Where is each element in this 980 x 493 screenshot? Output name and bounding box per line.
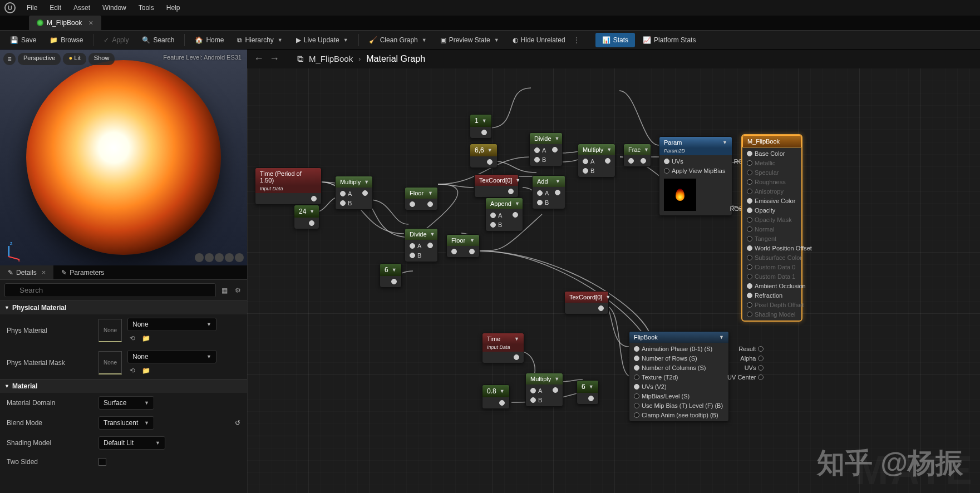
node-const-66[interactable]: 6,6▼: [470, 144, 498, 168]
node-const-08[interactable]: 0.8▼: [482, 384, 510, 409]
browse-asset-icon[interactable]: 📁: [141, 366, 151, 376]
result-pin[interactable]: Pixel Depth Offset: [745, 301, 814, 309]
hide-unrelated-button[interactable]: ◐Hide Unrelated: [507, 33, 571, 47]
perspective-button[interactable]: Perspective: [18, 53, 61, 65]
menu-window[interactable]: Window: [97, 2, 132, 14]
node-time-2[interactable]: Time▼ Input Data: [482, 333, 524, 363]
node-const-6[interactable]: 6▼: [380, 263, 402, 288]
cube-shape-button[interactable]: [225, 253, 234, 262]
material-graph-canvas[interactable]: Time (Period of 1.50) Input Data 24▼ Mul…: [247, 68, 980, 493]
home-icon: 🏠: [195, 36, 203, 44]
result-pin[interactable]: Refraction: [745, 292, 814, 299]
nav-back-icon[interactable]: ←: [254, 53, 264, 65]
overflow-menu-icon[interactable]: ⋮: [573, 36, 580, 44]
two-sided-checkbox[interactable]: [99, 458, 106, 466]
category-physical-material[interactable]: ▼Physical Material: [0, 300, 247, 314]
result-pin[interactable]: Opacity Mask: [745, 216, 814, 224]
tab-details[interactable]: ✎ Details ×: [0, 265, 53, 279]
result-pin[interactable]: Base Color: [745, 150, 814, 157]
settings-icon[interactable]: ⚙: [233, 285, 243, 295]
node-const-6b[interactable]: 6▼: [577, 380, 599, 405]
node-const-24[interactable]: 24▼: [294, 205, 319, 229]
hierarchy-button[interactable]: ⧉Hierarchy▼: [232, 33, 288, 47]
material-domain-dropdown[interactable]: Surface▼: [99, 396, 154, 410]
node-material-result[interactable]: M_FlipBook Base ColorMetallicSpecularRou…: [741, 134, 802, 322]
details-search-input[interactable]: [4, 283, 216, 297]
node-divide-1[interactable]: Divide▼ AB: [529, 132, 563, 166]
viewport-menu-button[interactable]: ≡: [3, 53, 16, 65]
node-floor-2[interactable]: Floor▼: [446, 234, 480, 258]
node-add[interactable]: Add▼ AB: [532, 175, 565, 209]
result-pin[interactable]: Custom Data 0: [745, 263, 814, 271]
result-pin[interactable]: Normal: [745, 225, 814, 233]
menu-help[interactable]: Help: [161, 2, 186, 14]
grid-view-icon[interactable]: ▦: [219, 285, 229, 295]
node-floor-1[interactable]: Floor▼: [405, 187, 438, 210]
search-button[interactable]: 🔍Search: [136, 33, 180, 47]
chevron-down-icon: ▼: [4, 305, 9, 310]
apply-button[interactable]: ✓Apply: [98, 33, 134, 47]
phys-material-mask-dropdown[interactable]: None▼: [127, 350, 216, 363]
menu-tools[interactable]: Tools: [133, 2, 160, 14]
menu-file[interactable]: File: [21, 2, 43, 14]
browse-asset-icon[interactable]: 📁: [141, 333, 151, 343]
node-append[interactable]: Append▼ AB: [485, 198, 523, 231]
result-pin[interactable]: Shading Model: [745, 310, 814, 318]
node-divide-2[interactable]: Divide▼ AB: [405, 228, 438, 262]
menu-edit[interactable]: Edit: [44, 2, 67, 14]
node-time[interactable]: Time (Period of 1.50) Input Data: [255, 167, 322, 205]
shading-model-dropdown[interactable]: Default Lit▼: [99, 436, 165, 450]
result-pin[interactable]: Anisotropy: [745, 188, 814, 195]
tab-parameters[interactable]: ✎ Parameters: [53, 266, 112, 279]
result-pin[interactable]: Specular: [745, 169, 814, 176]
reset-icon[interactable]: ↺: [235, 419, 240, 427]
result-pin[interactable]: Subsurface Color: [745, 254, 814, 262]
breadcrumb-root[interactable]: M_FlipBook: [309, 54, 353, 63]
result-pin[interactable]: Custom Data 1: [745, 273, 814, 280]
node-multiply-3[interactable]: Multiply▼ AB: [525, 373, 563, 407]
result-pin[interactable]: Tangent: [745, 235, 814, 243]
asset-thumbnail[interactable]: None: [99, 351, 122, 374]
node-texcoord-1[interactable]: TexCoord[0]▼: [564, 291, 609, 314]
material-preview-viewport[interactable]: ≡ Perspective ● Lit Show Feature Level: …: [0, 50, 247, 265]
clean-graph-button[interactable]: 🧹Clean Graph▼: [363, 33, 432, 47]
prop-blend-mode: Blend Mode Translucent▼ ↺: [0, 413, 247, 433]
node-param[interactable]: Param▼ Param2D UVs Apply View MipBias RG…: [659, 136, 732, 216]
result-pin[interactable]: Ambient Occlusion: [745, 282, 814, 290]
show-button[interactable]: Show: [88, 53, 115, 65]
close-icon[interactable]: ×: [42, 268, 46, 277]
mesh-shape-button[interactable]: [235, 253, 244, 262]
node-multiply-1[interactable]: Multiply▼ AB: [335, 176, 373, 210]
result-pin[interactable]: World Position Offset: [745, 244, 814, 252]
menu-asset[interactable]: Asset: [68, 2, 96, 14]
live-update-button[interactable]: ▶Live Update▼: [290, 33, 354, 47]
result-pin[interactable]: Metallic: [745, 159, 814, 167]
node-multiply-2[interactable]: Multiply▼ AB: [578, 144, 615, 178]
node-flipbook[interactable]: FlipBook▼ Animation Phase (0-1) (S) Numb…: [629, 331, 729, 422]
stats-button[interactable]: 📊Stats: [595, 33, 635, 47]
node-const-1[interactable]: 1▼: [470, 114, 492, 139]
nav-forward-icon[interactable]: →: [269, 53, 279, 65]
cylinder-shape-button[interactable]: [195, 253, 204, 262]
use-asset-icon[interactable]: ⟲: [127, 366, 137, 376]
browse-button[interactable]: 📁Browse: [44, 33, 88, 47]
lit-button[interactable]: ● Lit: [63, 53, 86, 65]
category-material[interactable]: ▼Material: [0, 379, 247, 393]
result-pin[interactable]: Roughness: [745, 178, 814, 186]
plane-shape-button[interactable]: [215, 253, 224, 262]
phys-material-dropdown[interactable]: None▼: [127, 318, 216, 331]
close-icon[interactable]: ×: [88, 18, 93, 27]
home-button[interactable]: 🏠Home: [189, 33, 229, 47]
result-pin[interactable]: Emissive Color: [745, 197, 814, 205]
preview-state-button[interactable]: ▣Preview State▼: [435, 33, 505, 47]
blend-mode-dropdown[interactable]: Translucent▼: [99, 416, 154, 430]
asset-thumbnail[interactable]: None: [99, 319, 122, 342]
document-tab[interactable]: M_FlipBook ×: [29, 16, 101, 30]
result-pin[interactable]: Opacity: [745, 206, 814, 214]
sphere-shape-button[interactable]: [205, 253, 214, 262]
node-frac[interactable]: Frac▼: [623, 144, 651, 167]
use-asset-icon[interactable]: ⟲: [127, 333, 137, 343]
node-texcoord-0[interactable]: TexCoord[0]▼: [474, 174, 519, 198]
platform-stats-button[interactable]: 📈Platform Stats: [637, 33, 701, 47]
save-button[interactable]: 💾Save: [4, 33, 42, 47]
